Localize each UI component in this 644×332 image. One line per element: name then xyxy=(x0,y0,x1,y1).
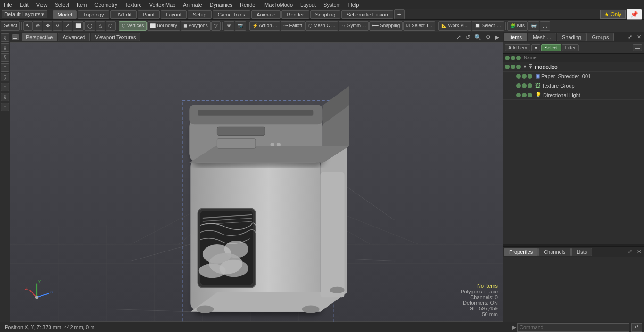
work-pl-button[interactable]: 📐 Work Pl... xyxy=(438,21,471,31)
viewport-menu-icon[interactable]: ☰ xyxy=(12,34,19,40)
tool-sphere[interactable]: ◯ xyxy=(84,21,95,31)
polygon-type-button[interactable]: ▽ xyxy=(211,21,221,31)
menu-animate[interactable]: Animate xyxy=(179,1,206,8)
viewport-3d[interactable]: X Y Z No Items Polygons : Face Channels:… xyxy=(10,42,503,322)
menu-vertex-map[interactable]: Vertex Map xyxy=(146,1,180,8)
snapping-button[interactable]: ⟵ Snapping xyxy=(369,21,403,31)
selecti-button[interactable]: 🔲 Selecti ... xyxy=(472,21,504,31)
tree-item-paper-shredder[interactable]: ▣ Paper_Shredder_001 xyxy=(503,72,644,81)
add-item-dropdown[interactable]: ▾ xyxy=(531,44,540,51)
menu-dynamics[interactable]: Dynamics xyxy=(206,1,236,8)
left-tool-f[interactable]: F xyxy=(1,103,9,111)
menu-help[interactable]: Help xyxy=(345,1,363,8)
right-tab-groups[interactable]: Groups xyxy=(586,33,614,41)
tab-uvedit[interactable]: UVEdit xyxy=(110,10,137,19)
bottom-tab-channels[interactable]: Channels xyxy=(538,248,570,256)
expand-icon[interactable]: ▶ xyxy=(494,33,501,41)
menu-layout[interactable]: Layout xyxy=(297,1,320,8)
falloff-button[interactable]: 〜 Falloff xyxy=(281,21,305,31)
action-button[interactable]: ⚡ Action ... xyxy=(249,21,280,31)
tool-move[interactable]: ✥ xyxy=(43,21,52,31)
mesh-c-button[interactable]: ⬡ Mesh C ... xyxy=(305,21,338,31)
menu-maxtomodo[interactable]: MaxToModo xyxy=(261,1,297,8)
vp-tab-textures[interactable]: Viewport Textures xyxy=(91,33,140,41)
add-item-button[interactable]: Add Item xyxy=(505,44,530,51)
tool-box[interactable]: ⬜ xyxy=(73,21,84,31)
tab-game-tools[interactable]: Game Tools xyxy=(213,10,251,19)
menu-item[interactable]: Item xyxy=(73,1,91,8)
left-tool-c[interactable]: C xyxy=(1,83,9,91)
left-tool-e[interactable]: E xyxy=(1,63,9,72)
render-vis-button[interactable]: 📷 xyxy=(235,21,246,31)
settings-icon[interactable]: ⚙ xyxy=(484,33,492,41)
layout-select[interactable]: Default Layouts ▾ xyxy=(2,10,47,18)
panel-expand-icon[interactable]: ⤢ xyxy=(626,33,634,40)
bottom-tab-add[interactable]: + xyxy=(593,248,601,256)
menu-file[interactable]: File xyxy=(0,1,16,8)
tab-scripting[interactable]: Scripting xyxy=(310,10,341,19)
bottom-close-icon[interactable]: ✕ xyxy=(635,248,643,255)
tree-item-directional-light[interactable]: 💡 Directional Light xyxy=(503,90,644,100)
tree-item-modo-lxo[interactable]: ▼ 🗄 modo.lxo xyxy=(503,62,644,72)
command-input[interactable] xyxy=(517,323,629,332)
tab-setup[interactable]: Setup xyxy=(188,10,212,19)
vr-button[interactable]: 🥽 xyxy=(528,21,539,31)
scene-tree[interactable]: ▼ 🗄 modo.lxo ▣ Paper_Shredder_001 xyxy=(503,62,644,244)
select-t-button[interactable]: ☑ Select T... xyxy=(403,21,435,31)
tool-transform[interactable]: ⊕ xyxy=(33,21,42,31)
bottom-expand-icon[interactable]: ⤢ xyxy=(626,248,634,255)
kits-button[interactable]: 🧩 Kits xyxy=(507,21,528,31)
left-tool-uv[interactable]: UV xyxy=(1,93,9,101)
tab-add[interactable]: + xyxy=(394,9,405,19)
left-tool-po[interactable]: Po xyxy=(1,73,9,81)
tab-topology[interactable]: Topology xyxy=(78,10,109,19)
visibility-button[interactable]: 👁 xyxy=(224,21,234,31)
panel-close-icon[interactable]: ✕ xyxy=(635,33,643,40)
tool-poly[interactable]: △ xyxy=(96,21,105,31)
fit-view-icon[interactable]: ⤢ xyxy=(455,33,462,41)
boundary-button[interactable]: ⬜ Boundary xyxy=(147,21,180,31)
vp-tab-perspective[interactable]: Perspective xyxy=(22,33,57,41)
left-tool-me[interactable]: Me xyxy=(1,53,9,62)
polygons-button[interactable]: ◼ Polygons xyxy=(181,21,211,31)
fullscreen-button[interactable]: ⛶ xyxy=(540,21,550,31)
tool-rotate[interactable]: ↺ xyxy=(53,21,62,31)
left-tool-de[interactable]: De xyxy=(1,33,9,42)
menu-edit[interactable]: Edit xyxy=(16,1,33,8)
only-button[interactable]: ★ Only xyxy=(600,10,626,19)
command-enter-button[interactable]: ↵ xyxy=(631,323,642,332)
tab-render[interactable]: Render xyxy=(281,10,309,19)
menu-select[interactable]: Select xyxy=(51,1,73,8)
tool-mesh[interactable]: ⬡ xyxy=(106,21,116,31)
vertices-button[interactable]: ⬡ Vertices xyxy=(119,21,147,31)
symm-button[interactable]: ↔ Symm ... xyxy=(339,21,369,31)
left-tool-du[interactable]: Du xyxy=(1,43,9,52)
tool-arrow[interactable]: ↖ xyxy=(23,21,33,31)
tab-paint[interactable]: Paint xyxy=(138,10,160,19)
menu-render[interactable]: Render xyxy=(236,1,261,8)
filter-button[interactable]: Filter xyxy=(562,44,579,51)
vp-tab-advanced[interactable]: Advanced xyxy=(58,33,90,41)
select-mode-button[interactable]: Select xyxy=(1,21,20,31)
tree-expand-root[interactable]: ▼ xyxy=(523,65,527,69)
items-minus-button[interactable]: — xyxy=(633,44,642,51)
tab-animate[interactable]: Animate xyxy=(251,10,281,19)
reset-view-icon[interactable]: ↺ xyxy=(464,33,471,41)
bottom-tab-properties[interactable]: Properties xyxy=(504,248,538,256)
menu-texture[interactable]: Texture xyxy=(121,1,146,8)
right-tab-items[interactable]: Items xyxy=(504,33,527,41)
right-tab-mesh[interactable]: Mesh ... xyxy=(528,33,556,41)
tool-scale[interactable]: ⤢ xyxy=(63,21,72,31)
select-button[interactable]: Select xyxy=(541,44,561,51)
menu-system[interactable]: System xyxy=(320,1,345,8)
tab-layout[interactable]: Layout xyxy=(161,10,187,19)
tab-model[interactable]: Model xyxy=(53,10,77,19)
menu-geometry[interactable]: Geometry xyxy=(91,1,121,8)
pin-button[interactable]: 📌 xyxy=(627,9,642,20)
right-tab-shading[interactable]: Shading xyxy=(557,33,586,41)
menu-view[interactable]: View xyxy=(33,1,51,8)
tab-schematic-fusion[interactable]: Schematic Fusion xyxy=(341,10,393,19)
bottom-tab-lists[interactable]: Lists xyxy=(571,248,593,256)
tree-item-texture-group[interactable]: 🖼 Texture Group xyxy=(503,81,644,90)
search-icon[interactable]: 🔍 xyxy=(473,33,483,41)
